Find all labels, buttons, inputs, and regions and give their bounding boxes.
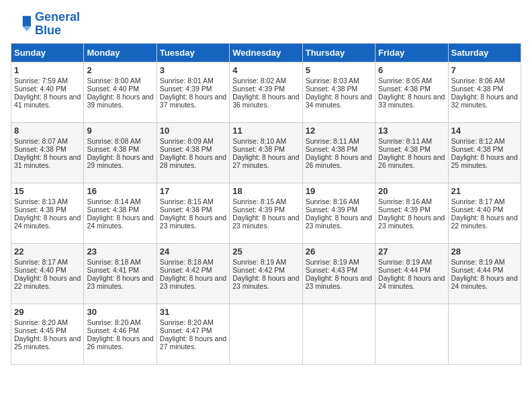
sunrise: Sunrise: 8:16 AM	[306, 197, 359, 205]
sunrise: Sunrise: 8:10 AM	[232, 137, 286, 145]
daylight: Daylight: 8 hours and 27 minutes.	[160, 334, 226, 351]
day-number: 10	[160, 126, 226, 136]
sunset: Sunset: 4:40 PM	[451, 205, 504, 214]
day-header-tuesday: Tuesday	[157, 43, 229, 62]
daylight: Daylight: 8 hours and 23 minutes.	[160, 214, 226, 230]
calendar-week-3: 15 Sunrise: 8:13 AM Sunset: 4:38 PM Dayl…	[11, 183, 521, 243]
calendar-cell	[448, 304, 521, 364]
daylight: Daylight: 8 hours and 24 minutes.	[451, 274, 518, 290]
sunrise: Sunrise: 8:20 AM	[87, 318, 140, 326]
calendar-cell: 19 Sunrise: 8:16 AM Sunset: 4:39 PM Dayl…	[302, 183, 375, 243]
calendar-cell: 28 Sunrise: 8:19 AM Sunset: 4:44 PM Dayl…	[448, 243, 521, 304]
sunset: Sunset: 4:38 PM	[378, 85, 431, 93]
svg-marker-2	[12, 16, 21, 27]
day-header-friday: Friday	[375, 43, 448, 62]
logo: General Blue	[11, 11, 80, 38]
sunrise: Sunrise: 8:20 AM	[160, 318, 214, 326]
day-header-monday: Monday	[84, 43, 157, 62]
sunset: Sunset: 4:38 PM	[160, 205, 212, 214]
sunrise: Sunrise: 8:18 AM	[87, 258, 140, 266]
day-number: 3	[160, 65, 226, 75]
day-number: 14	[451, 126, 518, 136]
sunrise: Sunrise: 8:17 AM	[451, 197, 505, 205]
sunrise: Sunrise: 8:19 AM	[451, 258, 505, 266]
calendar-header-row: SundayMondayTuesdayWednesdayThursdayFrid…	[11, 43, 521, 62]
logo-text: General Blue	[35, 11, 80, 38]
calendar-cell: 14 Sunrise: 8:12 AM Sunset: 4:38 PM Dayl…	[448, 122, 521, 183]
sunset: Sunset: 4:40 PM	[87, 85, 139, 93]
sunset: Sunset: 4:39 PM	[232, 85, 285, 93]
daylight: Daylight: 8 hours and 23 minutes.	[306, 214, 372, 230]
calendar-week-4: 22 Sunrise: 8:17 AM Sunset: 4:40 PM Dayl…	[11, 243, 521, 304]
calendar-cell: 22 Sunrise: 8:17 AM Sunset: 4:40 PM Dayl…	[11, 243, 84, 304]
sunrise: Sunrise: 8:19 AM	[306, 258, 359, 266]
calendar-cell: 12 Sunrise: 8:11 AM Sunset: 4:38 PM Dayl…	[302, 122, 375, 183]
page-header: General Blue	[11, 11, 521, 38]
daylight: Daylight: 8 hours and 28 minutes.	[160, 153, 226, 169]
sunrise: Sunrise: 8:11 AM	[378, 137, 432, 145]
sunrise: Sunrise: 8:01 AM	[160, 77, 214, 85]
calendar-cell: 5 Sunrise: 8:03 AM Sunset: 4:38 PM Dayli…	[302, 62, 375, 122]
day-number: 25	[232, 246, 299, 257]
sunset: Sunset: 4:39 PM	[378, 205, 431, 214]
daylight: Daylight: 8 hours and 24 minutes.	[87, 214, 153, 230]
day-number: 21	[451, 186, 518, 196]
sunrise: Sunrise: 8:19 AM	[232, 258, 286, 266]
sunset: Sunset: 4:40 PM	[14, 266, 66, 274]
day-number: 7	[451, 65, 518, 75]
sunset: Sunset: 4:44 PM	[451, 266, 504, 274]
daylight: Daylight: 8 hours and 29 minutes.	[87, 153, 153, 169]
sunrise: Sunrise: 8:12 AM	[451, 137, 505, 145]
daylight: Daylight: 8 hours and 26 minutes.	[306, 153, 372, 169]
calendar-week-2: 8 Sunrise: 8:07 AM Sunset: 4:38 PM Dayli…	[11, 122, 521, 183]
calendar-cell: 29 Sunrise: 8:20 AM Sunset: 4:45 PM Dayl…	[11, 304, 84, 364]
day-number: 8	[14, 126, 81, 136]
day-number: 22	[14, 246, 81, 257]
calendar-cell: 2 Sunrise: 8:00 AM Sunset: 4:40 PM Dayli…	[84, 62, 157, 122]
sunset: Sunset: 4:38 PM	[451, 145, 504, 153]
calendar-cell: 7 Sunrise: 8:06 AM Sunset: 4:38 PM Dayli…	[448, 62, 521, 122]
daylight: Daylight: 8 hours and 22 minutes.	[14, 274, 81, 290]
calendar-cell: 23 Sunrise: 8:18 AM Sunset: 4:41 PM Dayl…	[84, 243, 157, 304]
calendar-cell: 25 Sunrise: 8:19 AM Sunset: 4:42 PM Dayl…	[230, 243, 302, 304]
day-number: 15	[14, 186, 81, 196]
daylight: Daylight: 8 hours and 39 minutes.	[87, 93, 153, 109]
daylight: Daylight: 8 hours and 23 minutes.	[306, 274, 372, 290]
sunset: Sunset: 4:38 PM	[87, 145, 139, 153]
sunrise: Sunrise: 8:13 AM	[14, 197, 68, 205]
sunset: Sunset: 4:39 PM	[306, 205, 358, 214]
calendar-cell: 20 Sunrise: 8:16 AM Sunset: 4:39 PM Dayl…	[375, 183, 448, 243]
day-number: 29	[14, 307, 81, 317]
sunset: Sunset: 4:38 PM	[14, 205, 66, 214]
day-header-wednesday: Wednesday	[230, 43, 302, 62]
calendar-cell: 26 Sunrise: 8:19 AM Sunset: 4:43 PM Dayl…	[302, 243, 375, 304]
sunset: Sunset: 4:47 PM	[160, 326, 212, 334]
calendar-cell: 11 Sunrise: 8:10 AM Sunset: 4:38 PM Dayl…	[230, 122, 302, 183]
sunset: Sunset: 4:41 PM	[87, 266, 139, 274]
daylight: Daylight: 8 hours and 24 minutes.	[14, 214, 81, 230]
calendar-cell: 13 Sunrise: 8:11 AM Sunset: 4:38 PM Dayl…	[375, 122, 448, 183]
sunset: Sunset: 4:44 PM	[378, 266, 431, 274]
daylight: Daylight: 8 hours and 26 minutes.	[87, 334, 153, 351]
calendar-cell	[375, 304, 448, 364]
sunset: Sunset: 4:42 PM	[232, 266, 285, 274]
sunset: Sunset: 4:46 PM	[87, 326, 139, 334]
sunrise: Sunrise: 8:09 AM	[160, 137, 214, 145]
sunrise: Sunrise: 8:17 AM	[14, 258, 68, 266]
sunrise: Sunrise: 8:20 AM	[14, 318, 68, 326]
sunset: Sunset: 4:40 PM	[14, 85, 66, 93]
day-number: 23	[87, 246, 153, 257]
daylight: Daylight: 8 hours and 31 minutes.	[14, 153, 81, 169]
calendar-cell: 17 Sunrise: 8:15 AM Sunset: 4:38 PM Dayl…	[157, 183, 229, 243]
sunrise: Sunrise: 8:06 AM	[451, 77, 505, 85]
sunrise: Sunrise: 8:14 AM	[87, 197, 140, 205]
daylight: Daylight: 8 hours and 23 minutes.	[87, 274, 153, 290]
calendar-week-1: 1 Sunrise: 7:59 AM Sunset: 4:40 PM Dayli…	[11, 62, 521, 122]
day-number: 5	[306, 65, 372, 75]
calendar-cell: 4 Sunrise: 8:02 AM Sunset: 4:39 PM Dayli…	[230, 62, 302, 122]
day-header-sunday: Sunday	[11, 43, 84, 62]
day-number: 11	[232, 126, 299, 136]
calendar-cell: 31 Sunrise: 8:20 AM Sunset: 4:47 PM Dayl…	[157, 304, 229, 364]
day-number: 28	[451, 246, 518, 257]
day-number: 20	[378, 186, 445, 196]
